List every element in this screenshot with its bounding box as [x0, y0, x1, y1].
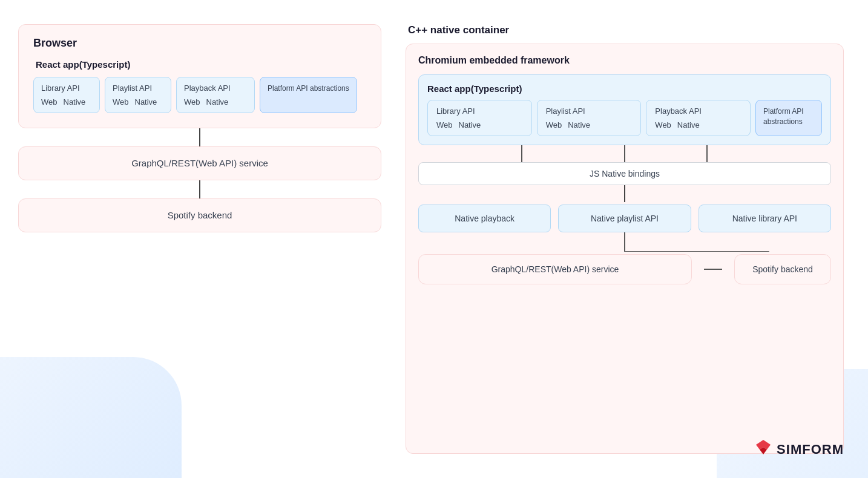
left-playback-native: Native [206, 97, 229, 106]
bindings-connector [418, 185, 831, 202]
right-react-label: React app(Typescript) [427, 83, 822, 94]
right-platform-api-box: Platform API abstractions [755, 100, 822, 136]
right-library-web-native: Web Native [436, 120, 481, 129]
right-bottom-row: GraphQL/REST(Web API) service Spotify ba… [418, 254, 831, 284]
right-playlist-web-native: Web Native [546, 120, 590, 129]
left-line-v-2 [199, 180, 200, 198]
simform-logo: SIMFORM [754, 437, 844, 461]
left-connector-2 [18, 180, 381, 198]
native-bottom-connectors [418, 232, 831, 252]
left-api-boxes-row: Library API Web Native Playlist API Web … [33, 77, 366, 113]
left-platform-api-box: Platform API abstractions [260, 77, 357, 113]
right-react-section: React app(Typescript) Library API Web Na… [418, 74, 831, 145]
right-playlist-api-box: Playlist API Web Native [537, 100, 642, 136]
left-connector-1 [18, 128, 381, 146]
left-graphql-box: GraphQL/REST(Web API) service [18, 146, 381, 180]
native-library-box: Native library API [699, 205, 831, 232]
native-playlist-box: Native playlist API [558, 205, 691, 232]
connector-line-1 [521, 145, 522, 162]
right-playback-api-title: Playback API [655, 106, 702, 116]
browser-title: Browser [33, 37, 366, 50]
right-multi-connector [418, 145, 831, 162]
left-playback-web: Web [184, 97, 200, 106]
left-playlist-web-native: Web Native [113, 97, 157, 106]
left-playback-api-box: Playback API Web Native [176, 77, 255, 113]
right-playback-native: Native [677, 120, 700, 129]
native-playback-box: Native playback [418, 205, 551, 232]
left-section: Browser React app(Typescript) Library AP… [18, 24, 381, 454]
right-playlist-api-title: Playlist API [546, 106, 585, 116]
right-spotify-box: Spotify backend [734, 254, 831, 284]
cpp-title: C++ native container [408, 24, 844, 36]
left-playlist-api-box: Playlist API Web Native [105, 77, 171, 113]
right-playback-web: Web [655, 120, 671, 129]
right-playback-api-box: Playback API Web Native [646, 100, 751, 136]
right-api-boxes: Library API Web Native Playlist API Web [427, 100, 822, 136]
right-graphql-box: GraphQL/REST(Web API) service [418, 254, 692, 284]
right-library-native: Native [459, 120, 481, 129]
simform-icon [754, 437, 773, 461]
cef-box: Chromium embedded framework React app(Ty… [406, 44, 844, 454]
connector-line-3 [706, 145, 708, 162]
right-platform-api-text: Platform API abstractions [763, 106, 814, 127]
left-platform-api-text: Platform API abstractions [268, 83, 349, 94]
page-container: Browser React app(Typescript) Library AP… [0, 0, 868, 478]
left-playlist-web: Web [113, 97, 129, 106]
simform-text: SIMFORM [777, 442, 844, 457]
right-library-api-box: Library API Web Native [427, 100, 532, 136]
left-playlist-native: Native [135, 97, 157, 106]
native-boxes-row: Native playback Native playlist API Nati… [418, 205, 831, 232]
bindings-line-v [624, 185, 625, 202]
left-line-v-1 [199, 128, 200, 146]
left-spotify-text: Spotify backend [168, 210, 232, 220]
right-library-api-title: Library API [436, 106, 475, 116]
browser-box: Browser React app(Typescript) Library AP… [18, 24, 381, 128]
right-playlist-native: Native [568, 120, 590, 129]
left-playlist-api-title: Playlist API [113, 83, 152, 93]
left-spotify-box: Spotify backend [18, 198, 381, 232]
right-library-web: Web [436, 120, 453, 129]
left-library-web: Web [41, 97, 58, 106]
right-full-layout: React app(Typescript) Library API Web Na… [418, 74, 831, 442]
right-playback-web-native: Web Native [655, 120, 699, 129]
js-bindings-box: JS Native bindings [418, 162, 831, 185]
cef-title: Chromium embedded framework [418, 55, 831, 66]
left-library-api-box: Library API Web Native [33, 77, 100, 113]
dash-connector-wrapper [704, 269, 722, 270]
left-playback-web-native: Web Native [184, 97, 228, 106]
left-library-native: Native [64, 97, 86, 106]
bindings-wrapper: JS Native bindings [418, 162, 831, 185]
left-library-web-native: Web Native [41, 97, 85, 106]
connector-svg-native [418, 232, 831, 252]
left-playback-api-title: Playback API [184, 83, 231, 93]
right-playlist-web: Web [546, 120, 562, 129]
dash-line-connector [704, 269, 722, 270]
connector-line-2 [624, 145, 625, 162]
left-library-api-title: Library API [41, 83, 80, 93]
right-section: C++ native container Chromium embedded f… [406, 24, 844, 454]
left-react-app-label: React app(Typescript) [36, 59, 366, 70]
left-graphql-text: GraphQL/REST(Web API) service [131, 158, 268, 168]
